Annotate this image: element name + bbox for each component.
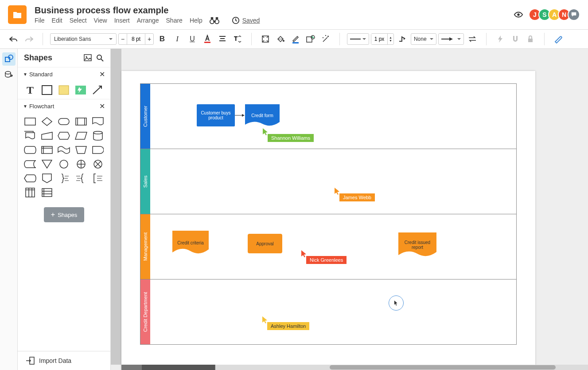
shape-fit-button[interactable] xyxy=(259,32,272,46)
shape-style-button[interactable] xyxy=(304,32,317,46)
italic-button[interactable]: I xyxy=(171,32,184,46)
app-logo[interactable] xyxy=(8,5,27,24)
horizontal-scrollbar[interactable] xyxy=(121,365,588,370)
shape-offpage[interactable] xyxy=(41,173,53,183)
canvas-area[interactable]: Customer Customer buys product Credit fo… xyxy=(111,49,588,370)
line-route-button[interactable] xyxy=(396,32,409,46)
lane-credit-dept[interactable]: Credit Department Ashley Hamilton xyxy=(140,279,516,344)
line-style-select[interactable] xyxy=(347,33,369,45)
arrow-end-select[interactable] xyxy=(438,33,464,45)
close-icon[interactable]: ✕ xyxy=(99,102,105,110)
magnet-button[interactable] xyxy=(509,32,522,46)
shape-brace-left[interactable] xyxy=(75,173,87,183)
undo-button[interactable] xyxy=(7,32,20,46)
menu-help[interactable]: Help xyxy=(190,17,202,24)
shape-doc[interactable] xyxy=(92,117,104,126)
comments-button[interactable] xyxy=(568,8,580,21)
node-credit-issued[interactable]: Credit issued report xyxy=(398,232,436,257)
shape-data[interactable] xyxy=(75,131,87,141)
shape-note[interactable] xyxy=(58,85,70,95)
shape-swim-v[interactable] xyxy=(24,188,36,197)
shape-merge[interactable] xyxy=(41,159,53,169)
font-family-select[interactable]: Liberation Sans xyxy=(50,33,117,45)
lane-management[interactable]: Management Credit criteria Approval Cred… xyxy=(140,214,516,279)
arrow-start-select[interactable]: None xyxy=(411,33,436,45)
shape-tape[interactable] xyxy=(58,145,70,155)
font-size-decrease[interactable]: − xyxy=(119,35,127,43)
shape-directdata[interactable] xyxy=(24,145,36,155)
save-status[interactable]: Saved xyxy=(232,16,260,24)
lane-label-credit[interactable]: Credit Department xyxy=(140,279,150,344)
magic-button[interactable] xyxy=(319,32,332,46)
shape-stored[interactable] xyxy=(24,159,36,169)
import-data-button[interactable]: Import Data xyxy=(18,351,110,370)
search-icon[interactable] xyxy=(96,54,104,62)
shape-input[interactable] xyxy=(41,131,53,141)
shape-text[interactable]: T xyxy=(24,85,36,95)
line-width-stepper[interactable]: ▲▼ xyxy=(387,34,393,44)
menu-insert[interactable]: Insert xyxy=(114,17,130,24)
shape-db[interactable] xyxy=(92,131,104,141)
menu-view[interactable]: View xyxy=(94,17,107,24)
lane-customer[interactable]: Customer Customer buys product Credit fo… xyxy=(140,84,516,149)
shape-or[interactable] xyxy=(75,159,87,169)
node-credit-form[interactable]: Credit form xyxy=(245,104,280,126)
shape-process[interactable] xyxy=(24,117,36,126)
lock-button[interactable] xyxy=(524,32,537,46)
settings-button[interactable] xyxy=(552,32,565,46)
image-icon[interactable] xyxy=(84,54,92,61)
selection-cursor[interactable] xyxy=(389,295,404,311)
lane-sales[interactable]: Sales James Webb xyxy=(140,149,516,214)
node-credit-criteria[interactable]: Credit criteria xyxy=(172,231,209,255)
lane-label-customer[interactable]: Customer xyxy=(140,84,150,149)
shape-rectangle[interactable] xyxy=(41,85,53,95)
menu-edit[interactable]: Edit xyxy=(52,17,62,24)
bold-button[interactable]: B xyxy=(156,32,169,46)
shape-internal[interactable] xyxy=(41,145,53,155)
node-customer-buys[interactable]: Customer buys product xyxy=(197,104,235,126)
rail-data[interactable] xyxy=(2,68,16,82)
menu-arrange[interactable]: Arrange xyxy=(137,17,159,24)
shape-display[interactable] xyxy=(24,173,36,183)
shape-prep[interactable] xyxy=(58,131,70,141)
lane-label-sales[interactable]: Sales xyxy=(140,149,150,214)
shape-terminator[interactable] xyxy=(58,117,70,126)
shape-multidoc[interactable] xyxy=(24,131,36,141)
shape-predef[interactable] xyxy=(75,117,87,126)
shape-hotspot[interactable] xyxy=(74,85,87,95)
menu-select[interactable]: Select xyxy=(70,17,87,24)
more-shapes-button[interactable]: +Shapes xyxy=(44,207,84,222)
redo-button[interactable] xyxy=(22,32,35,46)
shape-swim-h[interactable] xyxy=(41,188,53,197)
border-color-button[interactable] xyxy=(289,32,302,46)
shape-arrow[interactable] xyxy=(91,85,104,95)
shape-note2[interactable] xyxy=(92,173,104,183)
canvas-page[interactable]: Customer Customer buys product Credit fo… xyxy=(121,71,535,370)
text-options-button[interactable]: T xyxy=(231,32,244,46)
font-size-increase[interactable]: + xyxy=(145,35,153,43)
underline-button[interactable]: U xyxy=(186,32,199,46)
fill-color-button[interactable] xyxy=(274,32,287,46)
eye-icon[interactable] xyxy=(514,11,523,18)
node-approval[interactable]: Approval xyxy=(248,234,282,253)
menu-share[interactable]: Share xyxy=(166,17,183,24)
doc-title[interactable]: Business process flow example xyxy=(35,5,514,16)
swimlane-container[interactable]: Customer Customer buys product Credit fo… xyxy=(140,83,517,345)
font-size-input[interactable] xyxy=(127,34,145,44)
menu-file[interactable]: File xyxy=(35,17,45,24)
flash-button[interactable] xyxy=(494,32,507,46)
close-icon[interactable]: ✕ xyxy=(99,70,105,79)
swap-arrows-button[interactable] xyxy=(466,32,479,46)
lane-label-management[interactable]: Management xyxy=(140,214,150,279)
shape-sum[interactable] xyxy=(92,159,104,169)
align-button[interactable] xyxy=(216,32,229,46)
shape-delay[interactable] xyxy=(92,145,104,155)
shape-brace-right[interactable] xyxy=(58,173,70,183)
panel-standard-header[interactable]: ▼ Standard ✕ xyxy=(18,67,110,81)
text-color-button[interactable] xyxy=(201,32,214,46)
line-width-input[interactable] xyxy=(371,34,387,44)
binoculars-icon[interactable] xyxy=(210,16,219,24)
panel-flowchart-header[interactable]: ▼ Flowchart ✕ xyxy=(18,99,110,113)
shape-manual[interactable] xyxy=(75,145,87,155)
rail-shapes[interactable] xyxy=(2,52,16,66)
